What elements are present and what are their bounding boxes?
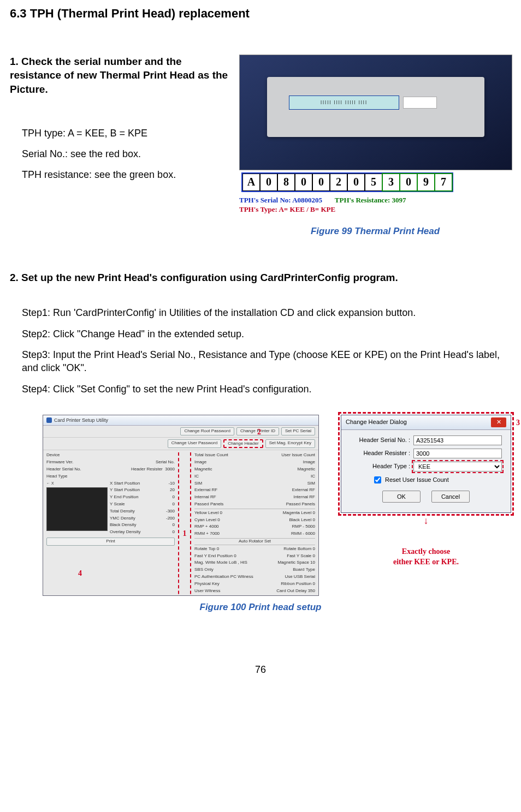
choose-note: Exactly choose either KEE or KPE. xyxy=(393,547,459,568)
ok-button[interactable]: OK xyxy=(382,491,421,503)
arrow-down-icon: ↓ xyxy=(424,514,429,527)
step1-intro: 1. Check the serial number and the resis… xyxy=(10,55,228,97)
change-user-pw-button[interactable]: Change User Password xyxy=(168,439,221,449)
header-serial-label: Header Serial No. : xyxy=(350,436,410,444)
change-header-button[interactable]: Change Header xyxy=(223,439,263,449)
digit-strip: A 0 8 0 0 2 0 5 3 0 9 7 xyxy=(241,172,453,192)
figure-99-caption: Figure 99 Thermal Print Head xyxy=(239,225,511,238)
reset-user-issue-checkbox[interactable] xyxy=(374,476,381,483)
cancel-button[interactable]: Cancel xyxy=(431,491,470,503)
digit-annotations: TPH's Serial No: A0800205 TPH's Resistan… xyxy=(239,195,511,214)
figure-100-caption: Figure 100 Print head setup xyxy=(10,601,511,614)
page-number: 76 xyxy=(10,663,511,676)
annot-3: 3 xyxy=(516,418,520,428)
tph-type-line: TPH type: A = KEE, B = KPE xyxy=(10,127,228,140)
tph-resist-line: TPH resistance: see the green box. xyxy=(10,168,228,181)
step-3-text: Step3: Input the Print Head's Serial No.… xyxy=(10,348,511,375)
change-root-pw-button[interactable]: Change Root Password xyxy=(180,427,234,435)
step2-title: 2. Set up the new Print Head's configura… xyxy=(10,271,511,285)
print-button[interactable]: Print xyxy=(46,538,175,546)
barcode-strip: ||||| |||| ||||| |||| xyxy=(289,95,399,110)
close-icon[interactable]: ✕ xyxy=(491,417,506,427)
tph-serial-line: Serial No.: see the red box. xyxy=(10,147,228,160)
header-resister-input[interactable] xyxy=(413,449,502,458)
header-type-label: Header Type : xyxy=(350,462,410,470)
app-icon xyxy=(46,417,52,423)
window-title: Card Printer Setup Utility xyxy=(54,417,108,423)
set-mag-button[interactable]: Set Mag. Encrypt Key xyxy=(265,439,315,449)
section-title: 6.3 TPH (Thermal Print Head) replacement xyxy=(10,5,511,22)
header-type-select[interactable]: KEE xyxy=(413,462,502,471)
config-window: Card Printer Setup Utility Change Root P… xyxy=(43,415,319,596)
dialog-title: Change Header Dialog xyxy=(346,418,407,426)
step-1-text: Step1: Run 'CardPrinterConfig' in Utilit… xyxy=(10,306,511,319)
window-titlebar: Card Printer Setup Utility xyxy=(43,415,318,426)
step-2-text: Step2: Click "Change Head" in the extend… xyxy=(10,327,511,341)
card-preview xyxy=(46,487,108,531)
annot-2: 2 xyxy=(257,427,261,438)
set-pc-serial-button[interactable]: Set PC Serial xyxy=(281,427,315,435)
reset-user-issue-label: Reset User Issue Count xyxy=(385,476,449,484)
header-resister-label: Header Resister : xyxy=(350,449,410,457)
step-4-text: Step4: Click "Set Config" to set the new… xyxy=(10,383,511,396)
annot-4: 4 xyxy=(78,569,82,579)
annot-1: 1 xyxy=(183,529,187,539)
header-serial-input[interactable] xyxy=(413,435,502,445)
tph-photo: ||||| |||| ||||| |||| xyxy=(239,55,512,170)
change-header-dialog: Change Header Dialog ✕ Header Serial No.… xyxy=(341,415,511,513)
